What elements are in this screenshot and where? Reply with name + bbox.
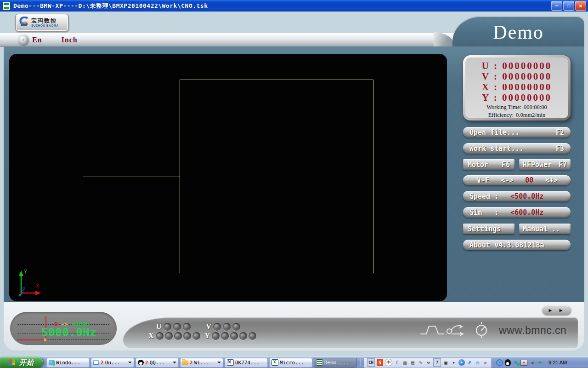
indicator-led (192, 332, 200, 340)
speed-button[interactable]: Speed : <500.0Hz (463, 191, 571, 201)
dial-gauge-icon (476, 322, 486, 338)
taskbar-item-word[interactable]: DK774... (225, 358, 268, 368)
indicator-led (239, 332, 247, 340)
motor-button[interactable]: Motor F6 (463, 159, 514, 170)
restore-button[interactable]: ❐ (563, 1, 574, 11)
drawing-canvas[interactable]: Y X Z (9, 54, 447, 301)
indicator-led (174, 332, 182, 340)
taskbar-item-label: DK774... (235, 360, 260, 366)
app-logo-icon (2, 2, 11, 10)
v-axis-leds (213, 323, 240, 331)
taskbar-item-messenger[interactable]: Windo... (46, 358, 90, 368)
taskbar-item-label: Demo-... (324, 360, 349, 366)
x-axis-leds (156, 332, 200, 340)
window-titlebar[interactable]: Demo---BMW-XP----D:\未整理\BMXP20100422\Wor… (0, 0, 588, 12)
band-dropdown-icon[interactable]: ▾ (451, 359, 457, 366)
moon-icon[interactable]: ☾ (394, 359, 400, 366)
antivirus-umbrella-icon[interactable]: ☂ (537, 359, 543, 366)
orb-button[interactable]: ◆ (18, 34, 28, 45)
start-button[interactable]: 开始 (0, 357, 43, 368)
vf-value: 00 (525, 176, 533, 184)
group-dropdown-icon[interactable] (128, 362, 132, 365)
pinyin-icon[interactable]: 中 (385, 359, 392, 366)
vf-increase-button[interactable]: <+> (545, 176, 558, 184)
taskbar-item-label: Micro... (280, 360, 304, 366)
outlook-icon (93, 360, 99, 365)
axis-readout-u: U : 00000000 (465, 61, 568, 71)
taskbar-item-qq[interactable]: 2QQ... (136, 358, 179, 368)
volume-icon[interactable]: ◀ (529, 359, 535, 366)
windows-flag-icon (9, 358, 17, 366)
restore-band-icon[interactable]: ▣ (443, 359, 449, 366)
u-axis-leds (164, 323, 191, 331)
baoma-logo-icon (17, 17, 29, 29)
units-toggle-inch[interactable]: Inch (62, 36, 78, 44)
ie-icon[interactable]: e (467, 359, 473, 366)
qq-tray-icon[interactable] (505, 359, 511, 366)
indicator-led (221, 332, 229, 340)
indicator-row-uv: U V (156, 322, 245, 331)
y-axis-leds (212, 332, 256, 340)
group-dropdown-icon[interactable] (217, 362, 221, 365)
taskbar-item-label: Windo... (56, 360, 80, 366)
lang-ch-icon[interactable]: CH (367, 358, 375, 367)
brand-name-en: SUZHOU BAOMA (31, 24, 59, 28)
wrench-icon[interactable]: ⚒ (425, 359, 431, 366)
indicator-led (249, 332, 256, 340)
indicator-led (223, 323, 231, 331)
language-toggle-en[interactable]: En (32, 36, 42, 44)
taskbar-item-label: QQ... (150, 360, 165, 366)
window-title: Demo---BMW-XP----D:\未整理\BMXP20100422\Wor… (13, 2, 208, 10)
softkeyboard-icon[interactable]: ▥ (402, 359, 408, 366)
media-player-icon[interactable]: ▶ (458, 359, 465, 366)
hfpower-button[interactable]: HFPower F7 (519, 159, 571, 170)
axis-readout-x: X : 00000000 (465, 82, 568, 92)
taskbar-item-folder[interactable]: 2Wi... (180, 358, 223, 368)
ucs-axis-icon: Y X Z (13, 268, 46, 297)
coordinate-display-panel: U : 00000000 V : 00000000 X : 00000000 Y… (463, 55, 571, 121)
manual-button[interactable]: Manual .. (519, 224, 571, 234)
sim-button[interactable]: Sim : <600.0Hz (463, 207, 571, 218)
taskbar: 开始 Windo...2Ou...2QQ...2Wi...DK774...Mic… (0, 356, 588, 368)
vf-decrease-button[interactable]: <-> (501, 176, 514, 184)
page-forward-button[interactable]: ▶ ▶ (542, 305, 571, 315)
settings-button[interactable]: Settings (463, 224, 514, 234)
demo-tab: Demo (452, 16, 584, 46)
browser-360-icon[interactable]: ▪ (496, 359, 503, 366)
indicator-led (156, 332, 164, 340)
frequency-gauge: 0 -> 40000 5000.0Hz (10, 312, 117, 345)
unread-badge: 2 (145, 360, 148, 366)
taskbar-item-excel[interactable]: Micro... (269, 358, 312, 368)
work-start-button[interactable]: Work start... F3 (463, 143, 571, 154)
taskbar-item-outlook[interactable]: 2Ou... (91, 358, 134, 368)
indicator-led (173, 323, 181, 331)
brand-name-cn: 宝玛数控 (31, 18, 59, 23)
status-icons (419, 322, 497, 338)
overflow-chevron-icon[interactable]: » (482, 359, 488, 366)
ime-band-icon[interactable]: ▤ (410, 359, 416, 366)
close-button[interactable]: × (575, 1, 586, 11)
group-dropdown-icon[interactable] (173, 362, 176, 365)
unread-badge: 2 (101, 360, 104, 366)
help-icon[interactable]: ? (433, 358, 441, 367)
open-file-button[interactable]: Open file... F2 (463, 127, 571, 138)
sogou-ime-icon[interactable]: S (377, 359, 383, 366)
vf-adjust-control[interactable]: V-F <-> 00 <+> (463, 175, 571, 185)
outlook-express-icon[interactable]: ✉ (475, 359, 481, 366)
working-time-value: 000:00:00 (524, 104, 547, 111)
minimize-button[interactable]: — (551, 1, 562, 11)
top-toolbar: ◆ En Inch (0, 33, 455, 47)
excel-icon (271, 359, 278, 366)
qq-icon (138, 360, 144, 365)
folder-icon (182, 360, 188, 365)
pen-icon[interactable]: ✎ (418, 359, 424, 366)
taskbar-item-bmnc[interactable]: Demo-... (314, 358, 357, 368)
taskbar-item-label: Ou... (105, 360, 120, 366)
messenger-icon (49, 360, 55, 365)
messenger-tray-icon[interactable]: ☻ (513, 359, 519, 366)
unread-badge: 2 (190, 360, 193, 366)
brand-logo-plate: 宝玛数控 SUZHOU BAOMA (15, 14, 68, 31)
about-button[interactable]: About v4.3.081218a (463, 240, 571, 250)
network-offline-icon[interactable]: × (520, 360, 527, 366)
gauge-frequency-value: 5000.0Hz (41, 326, 96, 339)
